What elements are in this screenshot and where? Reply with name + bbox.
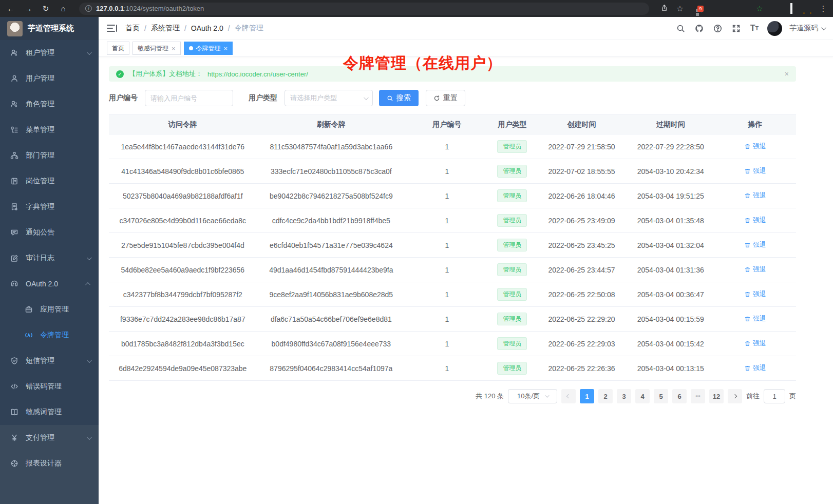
page-button[interactable]: 12 [709, 389, 724, 403]
sidebar-item-oauth-app[interactable]: 应用管理 [0, 297, 99, 322]
chevron-down-icon [364, 95, 369, 100]
close-icon[interactable]: × [785, 70, 789, 78]
sidebar-item-notice[interactable]: 通知公告 [0, 220, 99, 245]
access-token-cell: 1ea5e44f8bc1467aaede43144f31de76 [109, 134, 257, 159]
force-logout-button[interactable]: 强退 [744, 191, 766, 200]
sidebar: 芋道管理系统 租户管理 用户管理 角色管理 菜单管理 部门管理 [0, 17, 99, 504]
sidebar-item-audit[interactable]: 审计日志 [0, 245, 99, 271]
sidebar-item-oauth[interactable]: OAuth 2.0 [0, 271, 99, 297]
force-logout-button[interactable]: 强退 [744, 339, 766, 348]
user-type-badge: 管理员 [497, 337, 527, 350]
page-button[interactable]: 4 [635, 389, 650, 403]
close-icon[interactable]: × [172, 45, 176, 52]
sidebar-item-menu[interactable]: 菜单管理 [0, 117, 99, 143]
breadcrumb-item[interactable]: 系统管理 [151, 24, 180, 33]
user-id-cell: 1 [406, 159, 488, 184]
refresh-token-cell: be90422b8c7946218275a508bf524fc9 [257, 184, 406, 208]
sidebar-item-oauth-token[interactable]: 令牌管理 [0, 322, 99, 348]
search-icon[interactable] [675, 23, 686, 34]
page-unit-label: 页 [789, 392, 796, 401]
col-expires: 过期时间 [627, 115, 714, 134]
chevron-down-icon [87, 50, 92, 55]
sidebar-item-errcode[interactable]: 错误码管理 [0, 374, 99, 399]
sidebar-item-sensitive[interactable]: 敏感词管理 [0, 399, 99, 425]
force-logout-button[interactable]: 强退 [744, 289, 766, 299]
page-button[interactable]: 3 [617, 389, 631, 403]
more-pages-icon[interactable]: ••• [691, 389, 705, 403]
expires-cell: 2054-03-04 01:31:36 [627, 258, 714, 282]
browser-back-icon[interactable]: ← [5, 4, 16, 13]
trash-icon [744, 217, 751, 224]
goto-page-input[interactable] [764, 389, 785, 403]
user-id-cell: 1 [406, 332, 488, 356]
sidebar-item-report[interactable]: 报表设计器 [0, 451, 99, 476]
tag-token-management[interactable]: 令牌管理 × [184, 42, 233, 55]
share-icon[interactable] [659, 4, 669, 13]
force-logout-button[interactable]: 强退 [744, 240, 766, 249]
browser-toolbar: ← → ↻ ⌂ i 127.0.0.1:1024/system/oauth2/t… [0, 0, 833, 17]
refresh-icon [433, 95, 440, 102]
address-bar[interactable]: i 127.0.0.1:1024/system/oauth2/token [79, 3, 649, 15]
browser-reload-icon[interactable]: ↻ [40, 4, 51, 13]
user-id-input[interactable] [145, 90, 233, 106]
force-logout-button[interactable]: 强退 [744, 216, 766, 225]
browser-home-icon[interactable]: ⌂ [58, 4, 69, 13]
font-size-icon[interactable]: TT [749, 23, 760, 34]
prev-page-button[interactable] [561, 389, 576, 403]
breadcrumb-separator: / [184, 24, 186, 32]
sidebar-item-role[interactable]: 角色管理 [0, 91, 99, 117]
next-page-button[interactable] [728, 389, 742, 403]
page-button[interactable]: 6 [672, 389, 687, 403]
close-icon[interactable]: × [224, 45, 228, 52]
sidebar-item-post[interactable]: 岗位管理 [0, 168, 99, 194]
force-logout-button[interactable]: 强退 [744, 265, 766, 274]
tag-label: 首页 [112, 44, 124, 53]
github-icon[interactable] [693, 23, 705, 34]
browser-menu-icon[interactable]: ⋮ [819, 4, 828, 13]
green-star-extension-icon[interactable]: ☆ [755, 4, 764, 13]
bookmark-star-icon[interactable]: ☆ [675, 4, 685, 13]
page-size-select[interactable]: 10条/页 [508, 389, 557, 403]
sidebar-item-label: 短信管理 [26, 356, 80, 365]
sidebar-collapse-icon[interactable] [107, 24, 117, 32]
site-info-icon[interactable]: i [85, 5, 92, 12]
force-logout-button[interactable]: 强退 [744, 314, 766, 323]
app-logo[interactable]: 芋道管理系统 [0, 17, 99, 40]
trash-icon [744, 192, 751, 199]
search-button[interactable]: 搜索 [379, 90, 419, 106]
sidebar-item-sms[interactable]: 短信管理 [0, 348, 99, 374]
refresh-token-cell: dfa6c71a50a54c66bef706ef9e6e8d81 [257, 307, 406, 332]
table-row: 502375b8040a469a9b82188afdf6af1fbe90422b… [109, 184, 796, 208]
page-button[interactable]: 2 [598, 389, 613, 403]
sidebar-item-dict[interactable]: 字典管理 [0, 194, 99, 220]
sidebar-item-dept[interactable]: 部门管理 [0, 143, 99, 168]
breadcrumb-item[interactable]: OAuth 2.0 [191, 24, 223, 32]
split-square-extension-icon[interactable] [787, 4, 796, 13]
user-type-select[interactable]: 请选择用户类型 [285, 90, 373, 106]
user-avatar[interactable] [767, 21, 782, 36]
user-dropdown[interactable]: 芋道源码 [789, 24, 825, 33]
tag-home[interactable]: 首页 [107, 42, 129, 55]
sidebar-item-user[interactable]: 用户管理 [0, 66, 99, 91]
sidebar-item-label: 菜单管理 [26, 125, 90, 134]
col-actions: 操作 [714, 115, 796, 134]
refresh-token-cell: cdfc4ce9c2da4bb1bdf21b9918ff4be5 [257, 208, 406, 233]
fullscreen-icon[interactable] [730, 23, 742, 34]
table-row: 6d842e2924594de9a09e45e087323abe8796295f… [109, 356, 796, 381]
force-logout-button[interactable]: 强退 [744, 142, 766, 151]
page-button[interactable]: 5 [654, 389, 668, 403]
sidebar-item-tenant[interactable]: 租户管理 [0, 40, 99, 66]
sidebar-menu-lower: 支付管理 报表设计器 [0, 425, 99, 504]
tag-sensitive-words[interactable]: 敏感词管理 × [132, 42, 181, 55]
force-logout-button[interactable]: 强退 [744, 166, 766, 176]
reset-button[interactable]: 重置 [426, 90, 465, 106]
page-content: ✓ 【用户体系】文档地址： https://doc.iocoder.cn/use… [99, 57, 833, 504]
browser-forward-icon[interactable]: → [23, 4, 34, 13]
users-icon [10, 49, 18, 57]
force-logout-button[interactable]: 强退 [744, 363, 766, 373]
help-icon[interactable] [712, 23, 723, 34]
page-button[interactable]: 1 [580, 389, 594, 403]
alert-link[interactable]: https://doc.iocoder.cn/user-center/ [207, 70, 308, 78]
sidebar-item-pay[interactable]: 支付管理 [0, 425, 99, 451]
breadcrumb-item[interactable]: 首页 [125, 24, 140, 33]
